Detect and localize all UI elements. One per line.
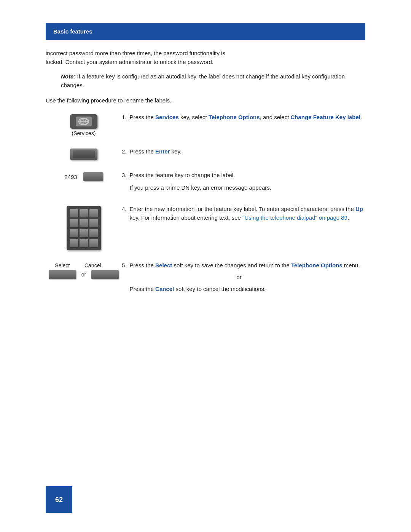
dialpad-grid	[67, 206, 101, 250]
step-row-1: (Services) 1. Press the Services key, se…	[46, 113, 365, 136]
step-4-icon-area	[46, 204, 122, 250]
step-row-5: Select Cancel or 5. Press the Select sof…	[46, 261, 365, 295]
step-row-2: 2. Press the Enter key.	[46, 147, 365, 160]
step-1-icon-area: (Services)	[46, 113, 122, 136]
enter-key	[70, 149, 97, 160]
step-2-text: 2. Press the Enter key.	[122, 147, 365, 157]
svg-point-3	[82, 118, 86, 125]
page-number-box: 62	[46, 486, 72, 513]
select-softkey	[49, 270, 76, 279]
procedure-intro: Use the following procedure to rename th…	[46, 97, 365, 104]
step-5-icon-area: Select Cancel or	[46, 261, 122, 279]
step-5-text: 5. Press the Select soft key to save the…	[122, 261, 365, 295]
or-separator: or	[81, 272, 86, 278]
svg-point-0	[80, 118, 88, 125]
step-row-4: 4. Enter the new information for the fea…	[46, 204, 365, 250]
step-3-text: 3. Press the feature key to change the l…	[122, 171, 365, 194]
services-key	[70, 114, 97, 129]
page-number: 62	[55, 496, 63, 504]
note-label: Note:	[61, 73, 75, 80]
services-label: (Services)	[72, 130, 96, 136]
select-label: Select	[49, 262, 76, 268]
feature-key-btn	[83, 172, 103, 181]
step-4-text: 4. Enter the new information for the fea…	[122, 204, 365, 224]
step-3-icon-area: 2493	[46, 171, 122, 181]
page-header-title: Basic features	[53, 28, 92, 35]
page-header: Basic features	[46, 23, 365, 40]
cancel-softkey	[91, 270, 119, 279]
note-text: If a feature key is configured as an aut…	[61, 73, 345, 88]
step-row-3: 2493 3. Press the feature key to change …	[46, 171, 365, 194]
intro-text: incorrect password more than three times…	[46, 49, 365, 66]
steps-container: (Services) 1. Press the Services key, se…	[46, 113, 365, 295]
feature-key-number: 2493	[64, 174, 77, 180]
note-block: Note: If a feature key is configured as …	[61, 72, 365, 89]
content-area: incorrect password more than three times…	[46, 49, 365, 295]
step-1-text: 1. Press the Services key, select Teleph…	[122, 113, 365, 123]
step-2-icon-area	[46, 147, 122, 160]
cancel-label: Cancel	[79, 262, 107, 268]
